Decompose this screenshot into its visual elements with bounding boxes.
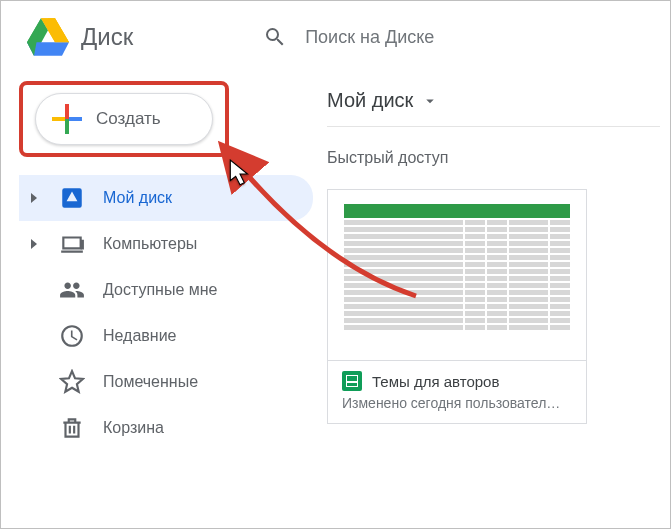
sidebar-item-label: Недавние [103,327,177,345]
expand-icon[interactable] [27,239,41,249]
chevron-down-icon [421,92,439,110]
create-button-label: Создать [96,109,161,129]
card-subtitle: Изменено сегодня пользовател… [342,395,572,411]
card-footer: Темы для авторов Изменено сегодня пользо… [328,360,586,423]
card-thumbnail [328,190,586,360]
location-dropdown[interactable]: Мой диск [327,89,660,127]
sidebar-item-recent[interactable]: Недавние [19,313,313,359]
app-brand[interactable]: Диск [27,18,133,56]
sidebar-item-label: Компьютеры [103,235,197,253]
sidebar-item-computers[interactable]: Компьютеры [19,221,313,267]
sidebar-item-trash[interactable]: Корзина [19,405,313,451]
sidebar-item-label: Помеченные [103,373,198,391]
quick-access-heading: Быстрый доступ [327,149,660,167]
header: Диск Поиск на Диске [1,1,670,73]
quick-access-card[interactable]: Темы для авторов Изменено сегодня пользо… [327,189,587,424]
search-placeholder: Поиск на Диске [305,27,434,48]
create-button-highlight: Создать [19,81,229,157]
trash-icon [59,415,85,441]
svg-marker-8 [31,193,37,203]
main-content: Мой диск Быстрый доступ [313,73,670,451]
location-label: Мой диск [327,89,413,112]
computers-icon [59,231,85,257]
sidebar-item-starred[interactable]: Помеченные [19,359,313,405]
star-icon [59,369,85,395]
shared-icon [59,277,85,303]
sidebar-item-label: Мой диск [103,189,172,207]
card-title: Темы для авторов [372,373,499,390]
sheets-icon [342,371,362,391]
drive-logo-icon [27,18,69,56]
expand-icon[interactable] [27,193,41,203]
sidebar-item-label: Корзина [103,419,164,437]
sidebar: Создать Мой диск Компьютеры Доступные мн… [1,73,313,451]
sidebar-item-shared[interactable]: Доступные мне [19,267,313,313]
clock-icon [59,323,85,349]
app-title: Диск [81,23,133,51]
sidebar-item-label: Доступные мне [103,281,218,299]
my-drive-icon [59,185,85,211]
search-box[interactable]: Поиск на Диске [263,25,434,49]
plus-icon [52,104,82,134]
svg-marker-9 [31,239,37,249]
sidebar-item-my-drive[interactable]: Мой диск [19,175,313,221]
cursor-icon [229,159,251,187]
create-button[interactable]: Создать [35,93,213,145]
search-icon [263,25,287,49]
